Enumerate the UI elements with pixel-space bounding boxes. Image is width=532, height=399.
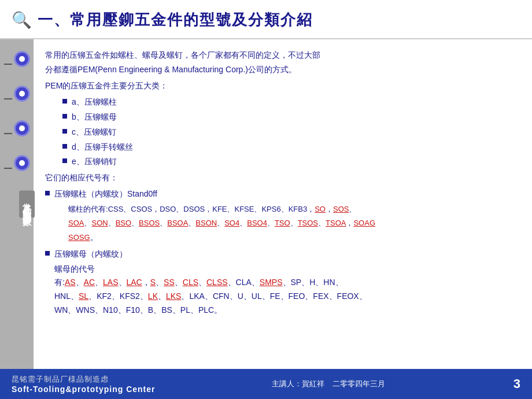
- dash-line-4: [4, 168, 12, 169]
- footer-presenter: 主講人：賀紅祥 二零零四年三月: [272, 379, 385, 389]
- standoff-bullet: [45, 191, 50, 195]
- footer-title-en: Soft-Tooling&prototyping Center: [12, 385, 155, 394]
- footer-left: 昆铭需子制品厂様品制造虑 Soft-Tooling&prototyping Ce…: [12, 374, 155, 394]
- bullet-text-b: b、压铆螺母: [72, 110, 117, 124]
- sos-link[interactable]: SOS: [333, 205, 349, 213]
- soa-link[interactable]: SOA: [68, 219, 84, 227]
- so-link[interactable]: SO: [315, 205, 326, 213]
- clss-link[interactable]: CLSS: [206, 278, 228, 287]
- footer-page-number: 3: [513, 376, 520, 391]
- footer-date: 二零零四年三月: [332, 379, 385, 388]
- hnl-text: HNL、: [54, 291, 79, 301]
- standoff-label: 压铆螺柱（内螺纹）Stand0ff: [54, 187, 157, 201]
- cls-link[interactable]: CLS: [183, 278, 198, 287]
- list-item-c: c、压铆螺钉: [62, 125, 518, 139]
- so4-link[interactable]: SO4: [224, 219, 239, 227]
- wn-text: WN、WNS、N10、F10、B、BS、PL、PLC。: [54, 305, 222, 315]
- presenter-label: 主講人：賀紅祥: [272, 379, 324, 388]
- nut-prefix: 螺母的代号: [54, 264, 95, 274]
- corresponding-label: 它们的相应代号有：: [45, 171, 518, 185]
- cla-text: CLA: [236, 278, 252, 287]
- eye-row-4: [4, 155, 30, 182]
- standoff-plain-codes: CSS、CSOS，DSO、DSOS，KFE、KFSE、KPS6、KFB3，: [108, 205, 315, 213]
- list-item-d: d、压铆手转螺丝: [62, 141, 518, 154]
- eye-icon-1: [14, 51, 30, 67]
- section-label: PEM的压铆五金件主要分五大类：: [45, 79, 518, 93]
- standoff-codes: 螺柱的代有:CSS、CSOS，DSO、DSOS，KFE、KFSE、KPS6、KF…: [68, 202, 518, 245]
- slide-header: 🔍 一、常用壓鉚五金件的型號及分類介紹: [0, 0, 532, 39]
- page-title: 一、常用壓鉚五金件的型號及分類介紹: [38, 10, 313, 30]
- category-list: a、压铆螺柱 b、压铆螺母 c、压铆螺钉 d、压铆手转螺丝 e、压铆销钉: [62, 95, 518, 169]
- sidebar-vertical-label: 常見鉚釘的壓鉚參數: [19, 191, 35, 218]
- sosg-link[interactable]: SOSG: [68, 233, 90, 242]
- as-link[interactable]: AS: [65, 278, 76, 287]
- bullet-icon-b: [62, 114, 67, 119]
- dash-line-3: [4, 133, 12, 134]
- dash-line-2: [4, 98, 12, 99]
- search-icon: 🔍: [12, 10, 32, 29]
- nut-section: 压铆螺母（内螺纹） 螺母的代号 有:AS、AC、LAS、LAC，S、SS、CLS…: [45, 247, 518, 317]
- eye-group: [4, 51, 30, 190]
- bso4-link[interactable]: BSO4: [247, 219, 267, 227]
- content-area: 常用的压铆五金件如螺柱、螺母及螺钉，各个厂家都有不同的定义，不过大部 分都遵循P…: [34, 39, 532, 369]
- eye-row-3: [4, 120, 30, 147]
- bullet-text-c: c、压铆螺钉: [72, 125, 116, 139]
- lac-link[interactable]: LAC: [127, 278, 142, 287]
- bsos-link[interactable]: BSOS: [139, 219, 160, 227]
- bso-link[interactable]: BSO: [116, 219, 131, 227]
- eye-row-1: [4, 51, 30, 77]
- footer-right: 主講人：賀紅祥 二零零四年三月: [272, 379, 385, 389]
- lks-link[interactable]: LKS: [166, 291, 181, 301]
- list-item-b: b、压铆螺母: [62, 110, 518, 124]
- tsos-link[interactable]: TSOS: [298, 219, 318, 227]
- son-link[interactable]: SON: [91, 219, 108, 227]
- nut-label: 压铆螺母（内螺纹）: [54, 247, 127, 261]
- standoff-prefix: 螺柱的代有:: [68, 205, 108, 213]
- slide-footer: 昆铭需子制品厂様品制造虑 Soft-Tooling&prototyping Ce…: [0, 369, 532, 399]
- tsoa-link[interactable]: TSOA: [326, 219, 346, 227]
- sl-link[interactable]: SL: [79, 291, 88, 301]
- intro-paragraph: 常用的压铆五金件如螺柱、螺母及螺钉，各个厂家都有不同的定义，不过大部 分都遵循P…: [45, 48, 518, 77]
- las-link[interactable]: LAS: [103, 278, 118, 287]
- bullet-text-e: e、压铆销钉: [72, 155, 117, 169]
- bullet-text-d: d、压铆手转螺丝: [72, 141, 133, 154]
- bullet-text-a: a、压铆螺柱: [72, 95, 117, 109]
- s-link[interactable]: S: [150, 278, 156, 287]
- list-item-a: a、压铆螺柱: [62, 95, 518, 109]
- eye-icon-2: [14, 86, 30, 102]
- intro-line1: 常用的压铆五金件如螺柱、螺母及螺钉，各个厂家都有不同的定义，不过大部: [45, 50, 320, 60]
- list-item-e: e、压铆销钉: [62, 155, 518, 169]
- ac-link[interactable]: AC: [84, 278, 95, 287]
- nut-codes-block: 螺母的代号 有:AS、AC、LAS、LAC，S、SS、CLS、CLSS、CLA、…: [54, 263, 518, 317]
- intro-line2: 分都遵循PEM(Penn Engineering & Manufacturing…: [45, 65, 297, 74]
- bson-link[interactable]: BSON: [195, 219, 217, 227]
- dash-line: [4, 64, 12, 65]
- bullet-icon-e: [62, 158, 67, 163]
- eye-icon-4: [14, 155, 30, 171]
- bullet-icon-d: [62, 144, 67, 149]
- eye-row-2: [4, 86, 30, 112]
- smps-link[interactable]: SMPS: [260, 278, 283, 287]
- lk-link[interactable]: LK: [148, 291, 158, 301]
- nut-line-prefix: 有:: [54, 278, 65, 287]
- nut-bullet: [45, 251, 50, 256]
- soag-link[interactable]: SOAG: [353, 219, 375, 227]
- bullet-icon-c: [62, 129, 67, 134]
- eye-icon-3: [14, 120, 30, 136]
- left-sidebar: 常見鉚釘的壓鉚參數: [0, 39, 34, 369]
- slide-wrapper: 🔍 一、常用壓鉚五金件的型號及分類介紹: [0, 0, 532, 399]
- bsoa-link[interactable]: BSOA: [167, 219, 188, 227]
- standoff-section: 压铆螺柱（内螺纹）Stand0ff 螺柱的代有:CSS、CSOS，DSO、DSO…: [45, 187, 518, 245]
- ss-link[interactable]: SS: [164, 278, 175, 287]
- tso-link[interactable]: TSO: [275, 219, 290, 227]
- bullet-icon-a: [62, 99, 67, 104]
- footer-title-cn: 昆铭需子制品厂様品制造虑: [12, 374, 155, 385]
- slide-main: 常見鉚釘的壓鉚參數 常用的压铆五金件如螺柱、螺母及螺钉，各个厂家都有不同的定义，…: [0, 39, 532, 369]
